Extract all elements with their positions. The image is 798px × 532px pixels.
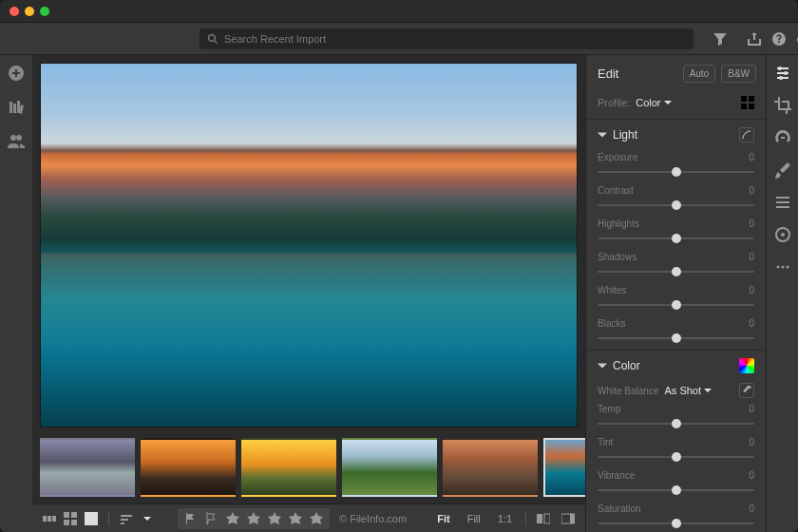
slider-value: 0: [749, 218, 754, 229]
show-original-button[interactable]: [536, 511, 551, 526]
svg-rect-14: [741, 104, 747, 109]
slider-track[interactable]: [598, 416, 754, 429]
share-button[interactable]: [747, 30, 762, 48]
slider-track[interactable]: [598, 164, 754, 178]
slider-track[interactable]: [598, 516, 754, 529]
slider-track[interactable]: [598, 297, 754, 311]
color-slider-temp: Temp0: [586, 402, 766, 435]
svg-point-18: [779, 76, 783, 80]
panel-toggle-button[interactable]: [560, 511, 576, 526]
radial-gradient-icon: [774, 226, 791, 243]
help-icon: [771, 31, 787, 47]
library-icon: [8, 99, 25, 116]
slider-knob[interactable]: [672, 234, 681, 243]
svg-rect-1: [48, 516, 51, 522]
zoom-fit-button[interactable]: Fit: [433, 511, 453, 526]
svg-point-25: [781, 266, 784, 269]
eyedropper-icon: [742, 386, 751, 395]
star-2[interactable]: [246, 511, 261, 526]
edit-title: Edit: [598, 66, 677, 81]
star-1[interactable]: [225, 511, 240, 526]
edit-panel: Edit Auto B&W Profile: Color Light Expos…: [585, 55, 766, 532]
svg-rect-13: [749, 96, 754, 102]
star-icon: [268, 512, 281, 525]
view-grid-button[interactable]: [63, 511, 78, 526]
top-toolbar: Search Recent Import: [0, 23, 798, 55]
auto-button[interactable]: Auto: [683, 65, 716, 83]
slider-value: 0: [749, 437, 754, 447]
slider-track[interactable]: [598, 449, 754, 463]
svg-rect-0: [43, 516, 47, 522]
sort-button[interactable]: [119, 511, 134, 526]
filmstrip: [32, 431, 585, 504]
zoom-11-button[interactable]: 1:1: [494, 511, 516, 526]
filter-button[interactable]: [712, 30, 728, 48]
crop-tool-button[interactable]: [774, 97, 791, 114]
profile-select[interactable]: Color: [636, 97, 671, 108]
slider-knob[interactable]: [672, 267, 681, 276]
window-maximize-button[interactable]: [40, 7, 49, 16]
more-tools-button[interactable]: [774, 258, 791, 276]
svg-point-24: [776, 266, 779, 269]
profile-browser-button[interactable]: [741, 96, 754, 109]
sort-icon: [120, 512, 133, 525]
thumbnail[interactable]: [342, 438, 437, 497]
flag-pick-button[interactable]: [183, 511, 199, 526]
slider-knob[interactable]: [672, 419, 681, 428]
slider-track[interactable]: [598, 331, 754, 344]
slider-track[interactable]: [598, 231, 754, 244]
thumbnail[interactable]: [443, 438, 538, 497]
window-close-button[interactable]: [10, 7, 19, 16]
star-3[interactable]: [267, 511, 282, 526]
white-balance-select[interactable]: As Shot: [664, 385, 712, 396]
zoom-fill-button[interactable]: Fill: [464, 511, 484, 526]
edit-tool-button[interactable]: [774, 65, 791, 82]
flag-icon: [184, 512, 198, 525]
healing-tool-button[interactable]: [774, 129, 791, 146]
view-single-button[interactable]: [84, 511, 99, 526]
star-4[interactable]: [288, 511, 303, 526]
slider-value: 0: [749, 152, 754, 162]
thumbnail[interactable]: [40, 438, 135, 497]
slider-track[interactable]: [598, 198, 754, 211]
light-header[interactable]: Light: [586, 120, 766, 150]
slider-knob[interactable]: [672, 200, 681, 210]
slider-knob[interactable]: [672, 167, 681, 177]
grid-icon: [64, 512, 77, 525]
window-minimize-button[interactable]: [25, 7, 34, 16]
bw-button[interactable]: B&W: [721, 65, 756, 83]
thumbnail[interactable]: [141, 438, 236, 497]
star-5[interactable]: [309, 511, 324, 526]
radial-gradient-button[interactable]: [774, 226, 791, 243]
chevron-down-icon: [704, 387, 712, 394]
slider-knob[interactable]: [672, 519, 681, 528]
eyedropper-button[interactable]: [739, 383, 754, 398]
slider-knob[interactable]: [672, 485, 681, 495]
color-header[interactable]: Color: [586, 351, 766, 381]
slider-label: Saturation: [598, 504, 641, 514]
tone-curve-button[interactable]: [739, 127, 754, 142]
macos-titlebar: [0, 0, 798, 23]
star-icon: [289, 512, 302, 525]
thumbnail[interactable]: [241, 438, 336, 497]
slider-track[interactable]: [598, 264, 754, 277]
slider-knob[interactable]: [672, 452, 681, 462]
brush-tool-button[interactable]: [774, 162, 791, 179]
help-button[interactable]: [771, 30, 787, 48]
linear-gradient-button[interactable]: [774, 194, 791, 211]
people-button[interactable]: [8, 133, 25, 150]
view-strip-button[interactable]: [42, 511, 57, 526]
slider-track[interactable]: [598, 483, 754, 496]
add-photos-button[interactable]: [8, 65, 25, 82]
image-viewer[interactable]: [32, 55, 585, 431]
slider-knob[interactable]: [672, 333, 681, 343]
search-input[interactable]: Search Recent Import: [200, 28, 694, 49]
slider-value: 0: [749, 404, 754, 414]
healing-brush-icon: [774, 129, 791, 146]
thumbnail-selected[interactable]: [543, 438, 585, 497]
sort-dropdown[interactable]: [143, 515, 151, 522]
color-mixer-button[interactable]: [739, 358, 754, 373]
slider-knob[interactable]: [672, 300, 681, 310]
library-button[interactable]: [8, 99, 25, 116]
flag-reject-button[interactable]: [204, 511, 219, 526]
